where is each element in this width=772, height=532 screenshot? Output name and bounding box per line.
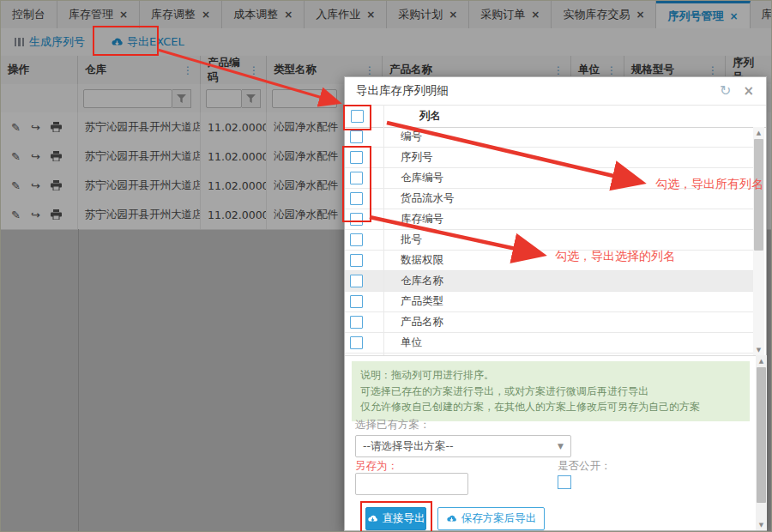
select-all-checkbox[interactable] bbox=[351, 110, 364, 123]
note-line: 仅允许修改自己创建的方案，在其他人的方案上修改后可另存为自己的方案 bbox=[360, 399, 741, 415]
column-name: 仓库编号 bbox=[363, 171, 443, 185]
column-name: 数据权限 bbox=[363, 253, 443, 268]
column-list-header: 列名 bbox=[345, 105, 766, 128]
column-checkbox[interactable] bbox=[350, 192, 363, 205]
column-checkbox[interactable] bbox=[350, 213, 363, 226]
list-item[interactable]: 序列号 bbox=[345, 148, 753, 168]
scroll-down-icon[interactable]: ▼ bbox=[753, 344, 764, 355]
public-checkbox[interactable] bbox=[558, 475, 571, 489]
divider bbox=[383, 105, 384, 127]
save-as-input[interactable] bbox=[355, 473, 468, 495]
list-item[interactable]: 单位 bbox=[345, 333, 753, 354]
list-item[interactable]: 仓库编号 bbox=[345, 168, 753, 189]
list-item[interactable]: 编号 bbox=[345, 127, 753, 148]
scrollbar-thumb[interactable] bbox=[757, 367, 766, 503]
column-checkbox[interactable] bbox=[350, 295, 363, 308]
column-checkbox[interactable] bbox=[350, 151, 363, 164]
note-line: 说明：拖动列可用进行排序。 bbox=[360, 367, 741, 384]
cloud-download-icon bbox=[446, 514, 457, 523]
list-item[interactable]: 产品类型 bbox=[345, 292, 753, 312]
scrollbar-thumb[interactable] bbox=[754, 139, 763, 251]
export-options-panel: 说明：拖动列可用进行排序。 可选择已存在的方案进行导出，或对方案进行微调后再进行… bbox=[345, 355, 766, 530]
column-name: 编号 bbox=[363, 130, 422, 144]
column-list: 编号 序列号 仓库编号 货品流水号 库存编号 批号 数据权限 仓 bbox=[345, 127, 753, 355]
list-item[interactable]: 仓库名称 bbox=[345, 271, 753, 292]
save-scheme-export-label: 保存方案后导出 bbox=[461, 511, 537, 526]
column-list-header-label: 列名 bbox=[364, 109, 441, 124]
selected-scheme: --请选择导出方案-- bbox=[363, 439, 454, 454]
list-item[interactable]: 数据权限 bbox=[345, 251, 753, 271]
column-name: 仓库名称 bbox=[363, 274, 443, 288]
save-as-label: 另存为： bbox=[355, 459, 398, 474]
chevron-down-icon: ▼ bbox=[558, 442, 564, 450]
save-scheme-export-button[interactable]: 保存方案后导出 bbox=[437, 507, 545, 530]
public-label: 是否公开： bbox=[558, 459, 612, 474]
column-name: 序列号 bbox=[363, 150, 433, 165]
column-checkbox[interactable] bbox=[350, 254, 363, 267]
column-name: 批号 bbox=[363, 233, 422, 247]
dialog-title: 导出库存序列明细 bbox=[345, 83, 449, 99]
app-window: 控制台 库存管理 × 库存调整 × 成本调整 × 入库作业 × 采购计划 × 采… bbox=[0, 0, 772, 532]
column-name: 库存编号 bbox=[363, 212, 443, 227]
export-scheme-select[interactable]: --请选择导出方案-- ▼ bbox=[355, 435, 571, 457]
column-name: 产品类型 bbox=[363, 294, 443, 309]
column-checkbox[interactable] bbox=[350, 316, 363, 329]
note-box: 说明：拖动列可用进行排序。 可选择已存在的方案进行导出，或对方案进行微调后再进行… bbox=[352, 361, 750, 421]
direct-export-button[interactable]: 直接导出 bbox=[365, 507, 426, 530]
list-scrollbar[interactable]: ▲ ▼ bbox=[753, 127, 764, 355]
list-item[interactable]: 货品流水号 bbox=[345, 189, 753, 209]
list-item[interactable]: 产品名称 bbox=[345, 312, 753, 333]
column-checkbox[interactable] bbox=[350, 336, 363, 349]
column-checkbox[interactable] bbox=[350, 275, 363, 287]
scroll-down-icon[interactable]: ▼ bbox=[756, 519, 767, 530]
panel-scrollbar[interactable]: ▲ ▼ bbox=[756, 355, 767, 530]
cloud-download-icon bbox=[367, 514, 378, 523]
column-checkbox[interactable] bbox=[350, 130, 363, 143]
close-icon[interactable]: × bbox=[743, 85, 754, 98]
column-checkbox[interactable] bbox=[350, 172, 363, 184]
scheme-select-label: 选择已有方案： bbox=[355, 418, 431, 432]
column-name: 货品流水号 bbox=[363, 191, 455, 206]
export-serial-detail-dialog: 导出库存序列明细 ↻ × 列名 编号 序列号 仓库编号 货品流水号 bbox=[344, 76, 767, 531]
column-name: 单位 bbox=[363, 336, 422, 350]
column-name: 产品名称 bbox=[363, 315, 443, 329]
list-item[interactable]: 批号 bbox=[345, 230, 753, 251]
list-item[interactable]: 库存编号 bbox=[345, 209, 753, 230]
column-checkbox[interactable] bbox=[350, 233, 363, 246]
direct-export-label: 直接导出 bbox=[383, 511, 425, 526]
scroll-up-icon[interactable]: ▲ bbox=[753, 127, 764, 138]
scroll-up-icon[interactable]: ▲ bbox=[756, 355, 767, 366]
note-line: 可选择已存在的方案进行导出，或对方案进行微调后再进行导出 bbox=[360, 384, 741, 400]
dialog-titlebar: 导出库存序列明细 ↻ × bbox=[345, 77, 766, 106]
refresh-icon[interactable]: ↻ bbox=[720, 84, 731, 98]
